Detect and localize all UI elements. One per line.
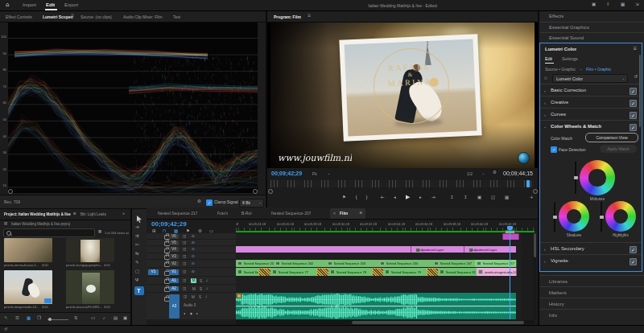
tab-export[interactable]: Export: [64, 2, 78, 7]
timeline-ruler[interactable]: 00;09;22;18 00;09;24;18 00;09;26;18 00;0…: [236, 220, 535, 231]
solo-button[interactable]: S: [200, 287, 202, 291]
mark-out-icon[interactable]: }: [365, 195, 369, 200]
bin-view-icon[interactable]: ▦: [98, 230, 101, 234]
zoom-level-dropdown[interactable]: Fit ⌄: [311, 170, 332, 177]
section-basic-correction[interactable]: › Basic Correction ✓: [540, 84, 642, 97]
section-color-wheels[interactable]: ⌄ Color Wheels & Match ✓: [540, 120, 642, 132]
timeline-clip[interactable]: Nested Sequence 202: [274, 260, 327, 267]
step-forward-icon[interactable]: ▸: [419, 195, 422, 200]
timeline-clip[interactable]: Nested Sequence 79: [383, 268, 427, 276]
sync-lock-icon[interactable]: ◫: [183, 279, 186, 283]
tab-project[interactable]: Project: Italian Wedding Matthijs & Ilse: [4, 212, 73, 216]
face-detection-checkbox[interactable]: ✓: [551, 146, 557, 153]
panel-essential-graphics[interactable]: Essential Graphics: [539, 22, 644, 33]
multicam-icon[interactable]: ▦: [505, 195, 509, 200]
search-box[interactable]: [3, 228, 95, 237]
tab-lumetri-scopes[interactable]: Lumetri Scopes: [43, 14, 73, 19]
ripple-edit-tool[interactable]: ⇉: [135, 234, 139, 239]
track-target-a2[interactable]: A2: [169, 286, 179, 291]
panel-effects[interactable]: Effects: [539, 11, 644, 22]
comparison-view-button[interactable]: Comparison View: [585, 133, 638, 142]
highlights-slider[interactable]: [601, 202, 602, 232]
panel-libraries[interactable]: Libraries: [539, 275, 644, 287]
track-output-eye-icon[interactable]: ⊙: [192, 241, 195, 245]
sort-icon[interactable]: ⇅: [74, 316, 78, 321]
track-output-eye-icon[interactable]: ⊙: [192, 235, 195, 239]
playback-resolution-dropdown[interactable]: 1/2 ⌄: [465, 170, 486, 177]
project-item-thumbnail[interactable]: [4, 238, 52, 262]
sync-lock-icon[interactable]: ◫: [184, 295, 187, 299]
lumetri-title[interactable]: Lumetri Color: [545, 47, 576, 51]
bit-depth-dropdown[interactable]: 8 Bit ⌄: [239, 199, 264, 208]
track-output-eye-icon[interactable]: ⊙: [192, 255, 195, 259]
new-bin-icon[interactable]: ▤: [114, 316, 118, 321]
play-icon[interactable]: ▶: [406, 195, 410, 200]
track-target-v6[interactable]: V6: [169, 234, 179, 239]
playhead-head[interactable]: [507, 226, 513, 230]
sync-status-icon[interactable]: ↺: [4, 327, 7, 331]
rectangle-tool[interactable]: ▢: [135, 269, 139, 274]
basic-correction-checkbox[interactable]: ✓: [630, 88, 637, 95]
timeline-clip[interactable]: Nested Sequence 217: [475, 260, 517, 267]
lumetri-scrollbar[interactable]: [639, 55, 641, 127]
hsl-secondary-checkbox[interactable]: ✓: [630, 246, 637, 253]
scope-scroll-knob-left[interactable]: [8, 189, 13, 194]
track-output-eye-icon[interactable]: ⊙: [192, 248, 195, 252]
project-item-name[interactable]: pexels-emma-bauso-1...: [4, 263, 41, 267]
timeline-clip[interactable]: Nested Sequence 81: [438, 268, 477, 276]
panel-markers[interactable]: Markers: [539, 286, 644, 298]
track-output-eye-icon[interactable]: ⊙: [192, 270, 195, 274]
lumetri-tab-edit[interactable]: Edit: [545, 56, 552, 61]
bin-icon[interactable]: ▤: [4, 222, 7, 226]
tab-effect-controls[interactable]: Effect Controls: [6, 14, 32, 19]
sync-lock-icon[interactable]: ◫: [183, 270, 186, 274]
audio-clip-waveform[interactable]: [236, 293, 516, 319]
source-patch-v1[interactable]: V1: [148, 269, 159, 275]
thumbnail-size-slider[interactable]: [47, 319, 68, 320]
tab-nested-217[interactable]: Nested Sequence 217: [158, 211, 197, 216]
tab-film-active[interactable]: × Film ☰: [330, 208, 365, 219]
keyframe-next-icon[interactable]: ▸: [196, 312, 198, 315]
more-tabs-icon[interactable]: »: [122, 212, 125, 216]
panel-menu-icon[interactable]: ☰: [73, 212, 76, 216]
panel-menu-icon[interactable]: ☰: [359, 212, 362, 215]
tab-edit[interactable]: Edit: [46, 2, 55, 7]
program-playhead[interactable]: [526, 180, 530, 187]
type-tool[interactable]: T: [134, 286, 144, 295]
track-target-v1[interactable]: V1: [169, 269, 179, 275]
share-icon[interactable]: ⇧: [606, 2, 610, 7]
find-icon[interactable]: ⌕: [103, 316, 105, 321]
playhead-line[interactable]: [510, 226, 510, 319]
voiceover-mic-icon[interactable]: ♩: [206, 287, 208, 291]
extract-icon[interactable]: ↧: [464, 195, 468, 200]
sync-lock-icon[interactable]: ◫: [183, 262, 186, 266]
program-settings-wrench-icon[interactable]: ⚙: [493, 171, 497, 175]
tab-audio-clip-mixer[interactable]: Audio Clip Mixer: Film: [123, 14, 163, 19]
project-item-name[interactable]: pexels-trungnguyenpho...: [66, 263, 103, 267]
vignette-checkbox[interactable]: ✓: [630, 258, 637, 265]
hand-tool[interactable]: Ψ: [135, 278, 138, 283]
search-input[interactable]: [14, 229, 93, 236]
sync-lock-icon[interactable]: ◫: [183, 248, 186, 252]
list-view-icon[interactable]: ☰: [15, 316, 19, 321]
apply-match-button[interactable]: Apply Match: [600, 145, 637, 153]
mark-in-icon[interactable]: {: [355, 195, 358, 200]
tab-fotos[interactable]: Foto's: [217, 211, 228, 216]
go-to-in-icon[interactable]: ⇤: [381, 195, 385, 200]
section-creative[interactable]: › Creative ✓: [540, 96, 642, 109]
timeline-clip[interactable]: Nested Sequence 203: [326, 260, 379, 267]
creative-checkbox[interactable]: ✓: [630, 100, 637, 107]
timeline-clip[interactable]: Nested Sequence 77: [270, 268, 317, 276]
timeline-clip[interactable]: Nested Sequence 78: [328, 268, 373, 276]
automate-to-sequence-icon[interactable]: ▭: [91, 316, 95, 321]
close-icon[interactable]: ×: [333, 211, 336, 216]
midtones-slider[interactable]: [575, 162, 576, 194]
workspaces-icon[interactable]: ▦: [621, 2, 625, 7]
sync-lock-icon[interactable]: ◫: [183, 241, 186, 245]
track-output-eye-icon[interactable]: ⊙: [192, 262, 195, 266]
track-target-v2[interactable]: V2: [169, 261, 179, 266]
tab-program[interactable]: Program: Film: [274, 14, 301, 19]
quick-export-icon[interactable]: ▣: [592, 2, 596, 7]
project-item-thumbnail[interactable]: [66, 238, 114, 262]
track-select-forward-tool[interactable]: ⇥: [135, 225, 139, 230]
